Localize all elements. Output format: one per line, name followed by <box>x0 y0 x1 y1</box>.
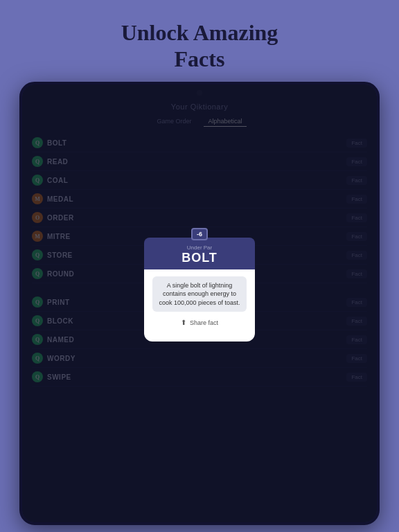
popup-overlay[interactable]: -6 Under Par BOLT A single bolt of light… <box>22 85 377 522</box>
popup-banner: -6 Under Par BOLT <box>144 238 255 269</box>
app-screen: Your Qiktionary Game Order Alphabetical … <box>22 85 377 522</box>
device-frame: Your Qiktionary Game Order Alphabetical … <box>19 82 380 525</box>
fact-popup: -6 Under Par BOLT A single bolt of light… <box>144 238 255 342</box>
share-label: Share fact <box>190 319 218 326</box>
page-header: Unlock Amazing Facts <box>0 0 399 85</box>
popup-subtitle: Under Par <box>152 245 247 251</box>
page-title: Unlock Amazing Facts <box>42 19 357 73</box>
share-button[interactable]: ⬆ Share fact <box>152 319 247 326</box>
share-icon: ⬆ <box>181 319 186 326</box>
popup-word: BOLT <box>152 251 247 265</box>
popup-body: A single bolt of lightning contains enou… <box>144 269 255 332</box>
popup-score-badge: -6 <box>191 228 208 240</box>
popup-fact-text: A single bolt of lightning contains enou… <box>152 276 247 312</box>
